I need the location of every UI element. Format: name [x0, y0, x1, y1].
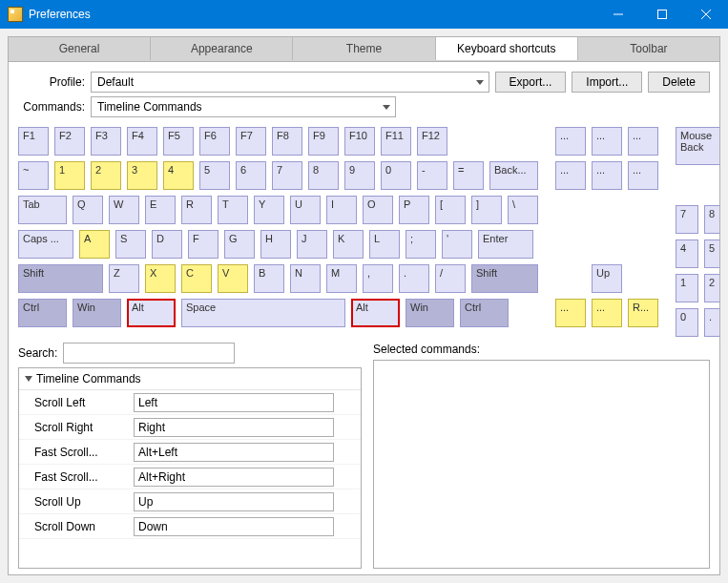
key-back[interactable]: Back...: [489, 161, 538, 190]
key-0[interactable]: 0: [676, 308, 698, 337]
close-button[interactable]: [684, 0, 728, 29]
export-button[interactable]: Export...: [495, 72, 567, 93]
tab-toolbar[interactable]: Toolbar: [578, 37, 719, 60]
key-z[interactable]: Z: [109, 264, 139, 293]
key-g[interactable]: G: [224, 230, 255, 259]
key-9[interactable]: 9: [344, 161, 375, 190]
tab-general[interactable]: General: [9, 37, 151, 60]
key-alt[interactable]: Alt: [127, 299, 176, 327]
key-shift[interactable]: Shift: [18, 264, 103, 293]
commands-tree[interactable]: Timeline Commands Scroll LeftScroll Righ…: [18, 367, 362, 569]
key-[interactable]: ...: [628, 127, 658, 156]
key-[interactable]: ...: [592, 127, 622, 156]
key-[interactable]: ...: [555, 161, 586, 190]
key-w[interactable]: W: [109, 196, 139, 224]
key-[interactable]: ...: [555, 299, 586, 327]
key-caps[interactable]: Caps ...: [18, 230, 73, 259]
key-f6[interactable]: F6: [199, 127, 230, 156]
key-x[interactable]: X: [145, 264, 176, 293]
key-f3[interactable]: F3: [91, 127, 121, 156]
key-4[interactable]: 4: [163, 161, 194, 190]
key-r[interactable]: R...: [628, 299, 658, 327]
key-[interactable]: [: [435, 196, 466, 224]
key-s[interactable]: S: [115, 230, 146, 259]
key-[interactable]: .: [704, 308, 720, 337]
key-f12[interactable]: F12: [417, 127, 447, 156]
key-win[interactable]: Win: [73, 299, 121, 327]
key-ctrl[interactable]: Ctrl: [460, 299, 509, 327]
key-n[interactable]: N: [290, 264, 321, 293]
key-[interactable]: -: [417, 161, 447, 190]
key-p[interactable]: P: [399, 196, 429, 224]
key-shift[interactable]: Shift: [471, 264, 538, 293]
key-y[interactable]: Y: [254, 196, 284, 224]
key-f8[interactable]: F8: [272, 127, 302, 156]
key-6[interactable]: 6: [236, 161, 266, 190]
key-[interactable]: .: [399, 264, 429, 293]
search-input[interactable]: [63, 343, 235, 364]
tab-appearance[interactable]: Appearance: [151, 37, 293, 60]
command-row[interactable]: Scroll Down: [19, 514, 361, 539]
tab-theme[interactable]: Theme: [293, 37, 435, 60]
tree-group-header[interactable]: Timeline Commands: [19, 368, 361, 390]
key-f7[interactable]: F7: [236, 127, 266, 156]
key-f1[interactable]: F1: [18, 127, 49, 156]
command-shortcut-input[interactable]: [134, 492, 334, 511]
key-[interactable]: ...: [628, 161, 658, 190]
key-space[interactable]: Space: [181, 299, 345, 327]
key-t[interactable]: T: [218, 196, 248, 224]
key-[interactable]: ]: [471, 196, 502, 224]
maximize-button[interactable]: [640, 0, 684, 29]
key-f9[interactable]: F9: [308, 127, 339, 156]
command-shortcut-input[interactable]: [134, 443, 334, 462]
key-1[interactable]: 1: [54, 161, 85, 190]
key-8[interactable]: 8: [308, 161, 339, 190]
key-5[interactable]: 5: [704, 239, 720, 268]
key-d[interactable]: D: [152, 230, 182, 259]
key-[interactable]: ,: [363, 264, 393, 293]
key-f11[interactable]: F11: [381, 127, 411, 156]
key-[interactable]: =: [453, 161, 484, 190]
key-h[interactable]: H: [260, 230, 291, 259]
key-i[interactable]: I: [326, 196, 357, 224]
key-f4[interactable]: F4: [127, 127, 157, 156]
key-3[interactable]: 3: [127, 161, 157, 190]
key-c[interactable]: C: [181, 264, 212, 293]
key-b[interactable]: B: [254, 264, 284, 293]
tab-keyboard-shortcuts[interactable]: Keyboard shortcuts: [436, 36, 578, 60]
key-[interactable]: ...: [555, 127, 586, 156]
key-[interactable]: \: [508, 196, 538, 224]
key-f5[interactable]: F5: [163, 127, 194, 156]
key-7[interactable]: 7: [272, 161, 302, 190]
command-shortcut-input[interactable]: [134, 393, 334, 412]
command-row[interactable]: Scroll Left: [19, 390, 361, 415]
key-v[interactable]: V: [218, 264, 248, 293]
key-[interactable]: /: [435, 264, 466, 293]
key-[interactable]: ;: [406, 230, 436, 259]
key-j[interactable]: J: [297, 230, 327, 259]
key-r[interactable]: R: [181, 196, 212, 224]
command-shortcut-input[interactable]: [134, 418, 334, 437]
profile-combo[interactable]: Default: [91, 72, 489, 93]
key-f[interactable]: F: [188, 230, 218, 259]
key-f10[interactable]: F10: [344, 127, 375, 156]
key-1[interactable]: 1: [676, 274, 698, 302]
key-tab[interactable]: Tab: [18, 196, 67, 224]
command-shortcut-input[interactable]: [134, 468, 334, 487]
import-button[interactable]: Import...: [572, 72, 642, 93]
key-k[interactable]: K: [333, 230, 364, 259]
key-up[interactable]: Up: [592, 264, 622, 293]
key-[interactable]: ...: [592, 299, 622, 327]
key-o[interactable]: O: [363, 196, 393, 224]
command-shortcut-input[interactable]: [134, 517, 334, 536]
minimize-button[interactable]: [596, 0, 640, 29]
key-q[interactable]: Q: [73, 196, 103, 224]
key-f2[interactable]: F2: [54, 127, 85, 156]
key-u[interactable]: U: [290, 196, 321, 224]
commands-combo[interactable]: Timeline Commands: [91, 96, 396, 117]
key-win[interactable]: Win: [406, 299, 454, 327]
key-e[interactable]: E: [145, 196, 176, 224]
key-2[interactable]: 2: [704, 274, 720, 302]
key-mouse-back[interactable]: Mouse Back: [676, 127, 720, 165]
key-enter[interactable]: Enter: [478, 230, 533, 259]
